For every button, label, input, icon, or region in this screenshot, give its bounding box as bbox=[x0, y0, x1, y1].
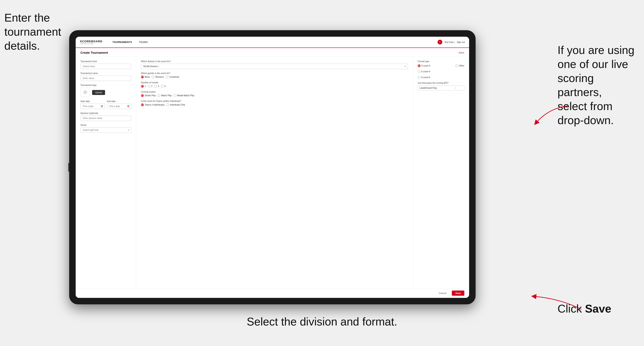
venue-group: Venue ▼ bbox=[80, 124, 131, 133]
format-5count4[interactable]: 5 count 4 bbox=[418, 64, 430, 67]
gender-combined-radio[interactable] bbox=[166, 76, 168, 78]
format-5count4-radio[interactable] bbox=[418, 64, 420, 67]
scoring-match-radio[interactable] bbox=[158, 94, 160, 97]
gender-mens-radio[interactable] bbox=[141, 76, 144, 78]
form-area: Tournament Host Tournament name Tourname… bbox=[76, 57, 469, 288]
name-input[interactable] bbox=[80, 76, 131, 81]
annotation-top-left: Enter the tournament details. bbox=[4, 11, 65, 53]
thirdparty-label: Use third-party live scoring API? bbox=[418, 82, 464, 84]
format-left-1: 5 count 4 bbox=[418, 64, 430, 67]
teams-plus-radio[interactable] bbox=[141, 103, 144, 106]
end-date-wrapper: 📅 bbox=[107, 104, 132, 109]
app-logo: SCOREBOARD Powered by clippi bbox=[80, 40, 102, 44]
rounds-group: Number of rounds 1 2 bbox=[141, 81, 408, 88]
user-avatar: T bbox=[438, 40, 442, 44]
venue-select-wrapper: ▼ bbox=[80, 127, 131, 133]
nav-tab-tournaments[interactable]: TOURNAMENTS bbox=[109, 37, 136, 48]
teams-plus-individuals[interactable]: Teams (+Individuals) bbox=[141, 103, 164, 106]
round-4-radio[interactable] bbox=[161, 85, 164, 88]
gender-womens[interactable]: Womens bbox=[152, 76, 164, 78]
tablet-screen: SCOREBOARD Powered by clippi TOURNAMENTS… bbox=[76, 37, 469, 298]
form-footer: Cancel Save bbox=[76, 288, 469, 298]
start-calendar-icon: 📅 bbox=[100, 105, 103, 108]
format-6count5-radio[interactable] bbox=[418, 76, 420, 79]
rounds-radio-group: 1 2 3 4 bbox=[141, 85, 408, 88]
logo-group: Tournament logo 🖼 Upload bbox=[80, 84, 131, 97]
division-select[interactable] bbox=[141, 64, 408, 69]
venue-input[interactable] bbox=[80, 127, 131, 133]
gender-label: Which gender is the event for? bbox=[141, 72, 408, 74]
teams-individuals-only[interactable]: Individuals Only bbox=[166, 103, 185, 106]
scoring-stroke-radio[interactable] bbox=[141, 94, 144, 97]
round-4[interactable]: 4 bbox=[161, 85, 166, 88]
name-label: Tournament name bbox=[80, 72, 131, 74]
format-right-1: Other bbox=[455, 64, 464, 67]
scoring-medal-radio[interactable] bbox=[174, 94, 176, 97]
scoring-medal-match-play[interactable]: Medal Match Play bbox=[174, 94, 194, 97]
nav-signout-link[interactable]: Sign out bbox=[457, 41, 465, 43]
format-other-radio[interactable] bbox=[455, 64, 458, 67]
end-calendar-icon: 📅 bbox=[127, 105, 130, 108]
host-input[interactable] bbox=[80, 64, 131, 69]
round-3-radio[interactable] bbox=[154, 85, 157, 88]
logo-main-text: SCOREBOARD bbox=[80, 40, 102, 43]
teams-label: Is this event for Teams and/or Individua… bbox=[141, 100, 408, 102]
sponsor-label: Sponsor (optional) bbox=[80, 112, 131, 114]
tablet-device: SCOREBOARD Powered by clippi TOURNAMENTS… bbox=[69, 30, 476, 304]
round-3[interactable]: 3 bbox=[154, 85, 159, 88]
round-2[interactable]: 2 bbox=[148, 85, 152, 88]
annotation-bottom-right: Click Save bbox=[558, 302, 640, 316]
format-6count4-radio[interactable] bbox=[418, 70, 420, 73]
teams-only-radio[interactable] bbox=[166, 103, 169, 106]
gender-womens-radio[interactable] bbox=[152, 76, 154, 78]
form-left-column: Tournament Host Tournament name Tourname… bbox=[76, 57, 136, 288]
cancel-button[interactable]: Cancel bbox=[436, 291, 450, 296]
tablet-side-button bbox=[68, 163, 69, 172]
scoring-radio-group: Stroke Play Match Play Medal Match Play bbox=[141, 94, 408, 97]
round-1-radio[interactable] bbox=[141, 85, 144, 88]
format-options: 5 count 4 Other bbox=[418, 64, 464, 79]
thirdparty-select[interactable]: Leaderboard King × : bbox=[418, 85, 464, 90]
host-group: Tournament Host bbox=[80, 60, 131, 69]
logo-upload-area: 🖼 Upload bbox=[80, 88, 131, 97]
back-link[interactable]: ‹ Back bbox=[458, 51, 464, 54]
scoring-match-play[interactable]: Match Play bbox=[158, 94, 172, 97]
page-header: Create Tournament ‹ Back bbox=[76, 48, 469, 57]
app-nav: SCOREBOARD Powered by clippi TOURNAMENTS… bbox=[76, 37, 469, 48]
format-6count4[interactable]: 6 count 4 bbox=[418, 70, 464, 73]
name-group: Tournament name bbox=[80, 72, 131, 81]
scoring-stroke-play[interactable]: Stroke Play bbox=[141, 94, 156, 97]
date-row: Start date 📅 End date 📅 bbox=[80, 100, 131, 109]
logo-label: Tournament logo bbox=[80, 84, 131, 86]
rounds-label: Number of rounds bbox=[141, 81, 408, 84]
start-date-group: Start date 📅 bbox=[80, 100, 105, 109]
page-title: Create Tournament bbox=[80, 51, 108, 54]
page-content: Create Tournament ‹ Back Tournament Host… bbox=[76, 48, 469, 298]
format-other[interactable]: Other bbox=[455, 64, 464, 67]
format-row-1: 5 count 4 Other bbox=[418, 64, 464, 67]
thirdparty-expand-icon[interactable]: : bbox=[458, 87, 458, 89]
round-1[interactable]: 1 bbox=[141, 85, 146, 88]
annotation-bottom-center: Select the division and format. bbox=[247, 315, 397, 329]
venue-label: Venue bbox=[80, 124, 131, 126]
round-2-radio[interactable] bbox=[148, 85, 150, 88]
nav-tab-teams[interactable]: TEAMS bbox=[136, 37, 151, 48]
upload-button[interactable]: Upload bbox=[92, 90, 105, 95]
logo-sub-text: Powered by clippi bbox=[80, 43, 102, 44]
gender-combined[interactable]: Combined bbox=[166, 76, 179, 78]
date-group: Start date 📅 End date 📅 bbox=[80, 100, 131, 109]
gender-radio-group: Mens Womens Combined bbox=[141, 76, 408, 78]
venue-dropdown-icon: ▼ bbox=[128, 129, 130, 131]
gender-group: Which gender is the event for? Mens Wome… bbox=[141, 72, 408, 78]
save-button[interactable]: Save bbox=[452, 291, 464, 296]
start-date-label: Start date bbox=[80, 100, 105, 103]
sponsor-group: Sponsor (optional) bbox=[80, 112, 131, 121]
division-select-wrapper: ▼ bbox=[141, 64, 408, 69]
division-dropdown-icon: ▼ bbox=[404, 65, 406, 68]
thirdparty-clear-icon[interactable]: × bbox=[455, 87, 456, 89]
format-6count5[interactable]: 6 count 5 bbox=[418, 76, 464, 79]
scoring-group: Scoring system Stroke Play Match Play bbox=[141, 91, 408, 97]
division-group: Which division is the event for? ▼ bbox=[141, 60, 408, 69]
sponsor-input[interactable] bbox=[80, 116, 131, 121]
gender-mens[interactable]: Mens bbox=[141, 76, 150, 78]
